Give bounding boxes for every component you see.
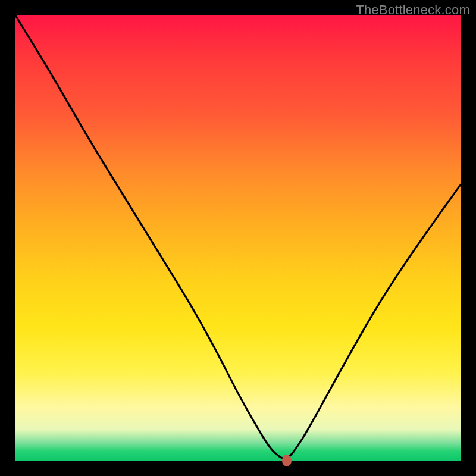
bottleneck-curve [15, 15, 461, 461]
minimum-marker [282, 455, 292, 466]
outer-frame: TheBottleneck.com [0, 0, 476, 476]
watermark-text: TheBottleneck.com [356, 2, 470, 18]
plot-area [15, 15, 461, 461]
